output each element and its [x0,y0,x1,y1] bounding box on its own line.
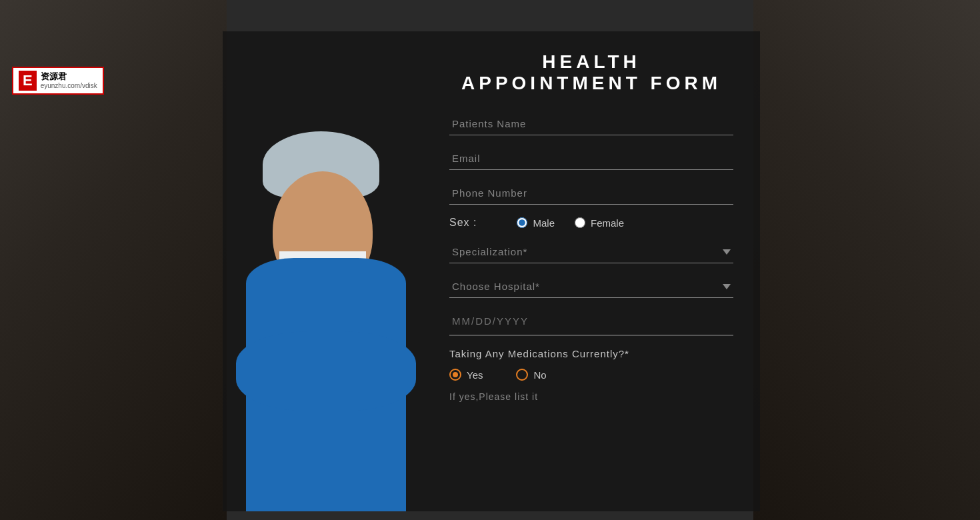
medications-yes-option[interactable]: Yes [449,369,483,381]
hospital-group: Choose Hospital* Hospital A Hospital B H… [449,275,733,298]
logo-brand: 资源君 [41,71,97,82]
doctor-arms [236,331,416,411]
sex-male-option[interactable]: Male [517,217,555,229]
logo: E 资源君 eyunzhu.com/vdisk [12,67,104,95]
sex-female-radio[interactable] [575,217,585,228]
medications-group: Taking Any Medications Currently?* Yes N… [449,348,733,402]
sex-male-radio[interactable] [517,217,527,228]
hospital-select[interactable]: Choose Hospital* Hospital A Hospital B H… [449,275,733,298]
date-group [449,310,733,336]
patients-name-group [449,113,733,135]
sex-radio-group: Male Female [517,217,624,229]
sex-male-label: Male [533,217,555,229]
medications-no-label: No [533,369,546,381]
medications-no-option[interactable]: No [516,369,546,381]
specialization-group: Specialization* Cardiology Neurology Ort… [449,241,733,263]
specialization-select[interactable]: Specialization* Cardiology Neurology Ort… [449,241,733,263]
medications-yes-label: Yes [467,369,483,381]
logo-text: 资源君 eyunzhu.com/vdisk [41,71,97,90]
email-input[interactable] [449,147,733,170]
main-panel: HEALTH APPOINTMENT FORM Sex : Male Fem [223,31,760,511]
medications-label: Taking Any Medications Currently?* [449,348,733,359]
patients-name-input[interactable] [449,113,733,135]
sex-female-label: Female [591,217,624,229]
medications-radio-row: Yes No [449,369,733,381]
if-yes-text: If yes,Please list it [449,391,733,402]
date-input[interactable] [449,310,733,332]
logo-url: eyunzhu.com/vdisk [41,82,97,90]
sex-row: Sex : Male Female [449,217,733,229]
medications-no-btn[interactable] [516,369,528,381]
phone-group [449,182,733,205]
sex-label: Sex : [449,217,477,229]
bg-right [753,0,980,520]
medications-yes-dot [453,372,458,377]
logo-letter: E [19,71,37,91]
medications-yes-btn[interactable] [449,369,461,381]
form-section: HEALTH APPOINTMENT FORM Sex : Male Fem [429,31,760,511]
phone-input[interactable] [449,182,733,205]
form-title: HEALTH APPOINTMENT FORM [449,51,733,94]
email-group [449,147,733,170]
doctor-section [223,31,429,511]
sex-female-option[interactable]: Female [575,217,624,229]
